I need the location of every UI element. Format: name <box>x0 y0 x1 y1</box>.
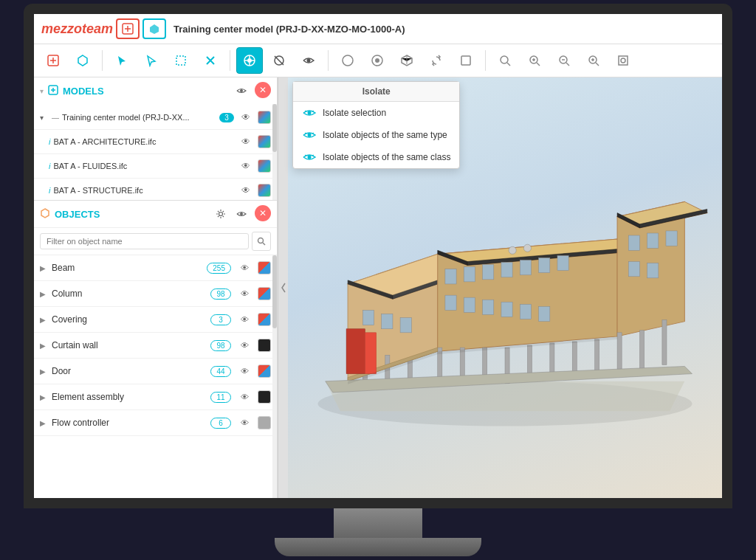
model-item-fluides[interactable]: i BAT A - FLUIDES.ifc 👁 <box>34 154 277 179</box>
model-info-2[interactable]: i <box>49 162 50 170</box>
sphere-button[interactable] <box>334 47 361 74</box>
object-count-flow: 6 <box>210 418 231 429</box>
object-count-door: 44 <box>210 366 231 377</box>
isolate-same-class-item[interactable]: Isolate objects of the same class <box>293 146 459 168</box>
covering-eye[interactable]: 👁 <box>236 311 253 328</box>
model-info-1[interactable]: i <box>49 137 50 146</box>
zoom-out-button[interactable] <box>551 47 577 74</box>
column-swatch[interactable] <box>258 287 271 300</box>
box2-button[interactable] <box>453 47 479 74</box>
zoom-fit-button[interactable] <box>610 47 636 74</box>
model-button[interactable] <box>69 47 96 74</box>
object-name-flow: Flow controller <box>52 418 206 428</box>
svg-rect-81 <box>662 320 667 365</box>
objects-gear-btn[interactable] <box>212 205 230 223</box>
svg-rect-51 <box>520 260 531 274</box>
isolate-selection-label: Isolate selection <box>323 108 386 118</box>
zoom-extent-button[interactable] <box>492 47 518 74</box>
logo-text: mezzoteam <box>41 21 113 37</box>
svg-rect-59 <box>539 306 550 321</box>
model-swatch-1[interactable] <box>258 135 271 148</box>
model-swatch-3[interactable] <box>258 184 271 197</box>
model-info-3[interactable]: i <box>49 186 50 195</box>
cursor-button[interactable] <box>109 47 135 74</box>
list-item[interactable]: ▶ Flow controller 6 👁 <box>34 410 277 436</box>
filter-search-btn[interactable] <box>252 232 271 251</box>
beam-eye[interactable]: 👁 <box>236 259 253 277</box>
models-header: ▾ MODELS <box>34 77 277 104</box>
list-item[interactable]: ▶ Door 44 👁 <box>34 359 277 384</box>
list-item[interactable]: ▶ Element assembly 11 👁 <box>34 384 277 410</box>
cross-button[interactable] <box>197 47 224 74</box>
svg-rect-2 <box>176 56 185 65</box>
flow-eye[interactable]: 👁 <box>236 414 253 432</box>
isolate-same-type-label: Isolate objects of the same type <box>323 130 447 140</box>
objects-close-btn[interactable]: ✕ <box>255 205 271 221</box>
model-item-structure[interactable]: i BAT A - STRUCTURE.ifc 👁 <box>34 179 277 200</box>
object-count-beam: 255 <box>207 263 231 274</box>
svg-rect-48 <box>464 267 475 282</box>
svg-line-17 <box>566 63 569 66</box>
list-item[interactable]: ▶ Covering 3 👁 <box>34 307 277 333</box>
hide-button[interactable] <box>266 47 292 74</box>
flow-swatch[interactable] <box>258 416 271 429</box>
beam-swatch[interactable] <box>258 261 271 274</box>
svg-rect-67 <box>647 263 659 278</box>
logo-icons <box>116 18 166 39</box>
separator-3 <box>328 50 329 71</box>
element-swatch[interactable] <box>258 390 271 404</box>
door-swatch[interactable] <box>258 364 271 378</box>
view-button[interactable] <box>295 47 322 74</box>
home-button[interactable] <box>40 47 66 74</box>
objects-eye-btn[interactable] <box>233 205 250 223</box>
collapse-handle[interactable] <box>278 77 288 498</box>
rect-select-button[interactable] <box>168 47 194 74</box>
column-eye[interactable]: 👁 <box>236 285 253 303</box>
logo-icon-1[interactable] <box>116 18 140 39</box>
cube-button[interactable] <box>394 47 420 74</box>
svg-point-8 <box>343 55 353 66</box>
logo-icon-2[interactable] <box>142 18 166 39</box>
model-item-parent[interactable]: ▾ — Training center model (PRJ-D-XX... 3… <box>34 106 277 130</box>
list-item[interactable]: ▶ Beam 255 👁 <box>34 255 277 281</box>
scrollbar[interactable] <box>272 255 277 498</box>
object-name-door: Door <box>52 366 206 376</box>
model-swatch-2[interactable] <box>258 159 271 173</box>
isolate-selection-item[interactable]: Isolate selection <box>293 102 459 124</box>
models-close-btn[interactable]: ✕ <box>255 82 271 98</box>
isolate-same-class-label: Isolate objects of the same class <box>323 152 450 162</box>
rotate-button[interactable] <box>423 47 450 74</box>
list-item[interactable]: ▶ Curtain wall 98 👁 <box>34 333 277 359</box>
zoom-search-button[interactable] <box>580 47 607 74</box>
svg-rect-56 <box>483 300 494 314</box>
svg-point-24 <box>308 156 312 159</box>
isolate-button[interactable] <box>236 47 263 74</box>
model-item-arch[interactable]: i BAT A - ARCHITECTURE.ifc 👁 <box>34 130 277 154</box>
model-eye-1[interactable]: 👁 <box>237 133 255 151</box>
svg-point-85 <box>509 246 516 254</box>
model-eye-3[interactable]: 👁 <box>237 182 255 199</box>
paint-button[interactable] <box>364 47 391 74</box>
arrow-button[interactable] <box>138 47 165 74</box>
model-eye-0[interactable]: 👁 <box>237 108 255 126</box>
objects-title: OBJECTS <box>55 209 207 220</box>
list-item[interactable]: ▶ Column 98 👁 <box>34 281 277 307</box>
object-name-beam: Beam <box>52 263 202 273</box>
svg-rect-47 <box>445 269 456 284</box>
covering-swatch[interactable] <box>258 313 271 326</box>
separator-1 <box>102 50 103 71</box>
door-eye[interactable]: 👁 <box>236 362 253 380</box>
svg-rect-66 <box>628 262 639 277</box>
curtain-eye[interactable]: 👁 <box>236 336 253 354</box>
model-list: ▾ — Training center model (PRJ-D-XX... 3… <box>34 104 277 200</box>
svg-point-21 <box>621 58 625 63</box>
model-eye-2[interactable]: 👁 <box>237 157 255 175</box>
curtain-swatch[interactable] <box>258 339 271 352</box>
isolate-same-type-item[interactable]: Isolate objects of the same type <box>293 124 459 146</box>
filter-input[interactable] <box>40 233 249 249</box>
model-swatch-0[interactable] <box>258 111 271 124</box>
models-eye-btn[interactable] <box>233 82 250 100</box>
zoom-in-button[interactable] <box>521 47 548 74</box>
svg-rect-50 <box>501 263 512 277</box>
element-eye[interactable]: 👁 <box>236 388 253 406</box>
